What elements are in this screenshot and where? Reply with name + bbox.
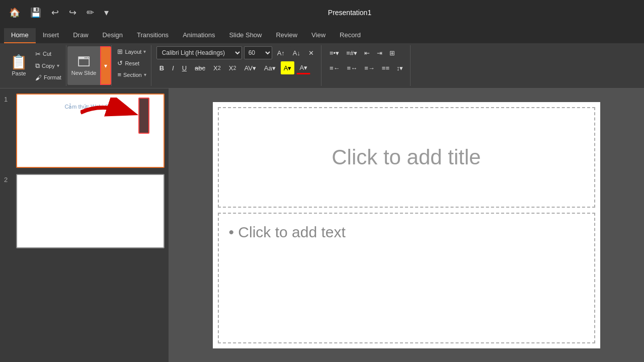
app-title: Presentation1: [328, 9, 371, 17]
cut-label: Cut: [43, 51, 51, 57]
new-slide-group: 🗔 New Slide ▾: [67, 45, 112, 86]
reset-icon: ↺: [117, 59, 123, 67]
tab-transitions[interactable]: Transitions: [130, 28, 176, 43]
cut-button[interactable]: ✂ Cut: [33, 49, 64, 59]
new-slide-label: New Slide: [71, 70, 97, 76]
more-icon[interactable]: ▾: [101, 5, 112, 20]
paste-label: Paste: [12, 70, 26, 76]
paste-group: 📋 Paste ✂ Cut ⧉ Copy ▾ 🖌 Format: [4, 45, 66, 86]
cut-icon: ✂: [35, 50, 41, 58]
underline-button[interactable]: U: [179, 61, 190, 74]
canvas-area: Click to add title • Click to add text: [169, 88, 644, 362]
redo-icon[interactable]: ↪: [66, 5, 79, 20]
paste-button[interactable]: 📋 Paste: [6, 53, 32, 78]
tab-review[interactable]: Review: [269, 28, 304, 43]
align-center-btn[interactable]: ≡↔: [344, 61, 361, 74]
dropdown-arrow-icon: ▾: [104, 62, 107, 69]
reset-button[interactable]: ↺ Reset: [115, 58, 148, 68]
align-right-btn[interactable]: ≡→: [361, 61, 378, 74]
slide-num-2: 2: [4, 174, 12, 184]
title-placeholder: Click to add title: [332, 145, 480, 169]
italic-button[interactable]: I: [169, 61, 177, 74]
increase-font-btn[interactable]: A↑: [274, 46, 288, 59]
format-label: Format: [44, 74, 61, 80]
font-group: Calibri Light (Headings) 60 A↑ A↓ ✕ B I …: [152, 45, 321, 86]
tab-design[interactable]: Design: [96, 28, 130, 43]
new-slide-icon: 🗔: [77, 54, 91, 70]
undo-icon[interactable]: ↩: [48, 5, 62, 20]
section-button[interactable]: ≡ Section ▾: [115, 69, 148, 80]
highlight-color-btn[interactable]: A▾: [281, 61, 295, 74]
align-left-btn[interactable]: ≡←: [327, 61, 343, 74]
line-spacing-btn[interactable]: ↕▾: [393, 61, 407, 74]
copy-label: Copy: [42, 63, 55, 69]
tab-insert[interactable]: Insert: [36, 28, 66, 43]
numbered-list-btn[interactable]: ≡#▾: [343, 46, 360, 59]
main-content: 1 Cảm thức Wabi-Sabi 2 Click to add titl…: [0, 88, 644, 362]
decrease-indent-btn[interactable]: ⇤: [361, 46, 373, 59]
new-slide-dropdown[interactable]: ▾: [100, 46, 111, 85]
slides-group: ⊞ Layout ▾ ↺ Reset ≡ Section ▾: [113, 45, 151, 86]
new-slide-button[interactable]: 🗔 New Slide: [67, 46, 101, 85]
dropdown-highlight-box: [138, 98, 149, 134]
copy-button[interactable]: ⧉ Copy ▾: [33, 60, 64, 71]
copy-icon: ⧉: [35, 62, 40, 70]
title-bar-left: 🏠 💾 ↩ ↪ ✏ ▾: [6, 5, 112, 20]
title-bar: 🏠 💾 ↩ ↪ ✏ ▾ Presentation1: [0, 0, 644, 25]
section-icon: ≡: [117, 71, 121, 78]
text-case-btn[interactable]: Aa▾: [261, 61, 279, 74]
justify-btn[interactable]: ≡≡: [379, 61, 392, 74]
format-icon: 🖌: [35, 74, 42, 81]
section-label: Section: [123, 72, 142, 78]
font-row1: Calibri Light (Headings) 60 A↑ A↓ ✕: [156, 46, 317, 59]
increase-indent-btn[interactable]: ⇥: [374, 46, 385, 59]
save-icon[interactable]: 💾: [27, 5, 44, 20]
layout-label: Layout: [125, 49, 141, 55]
tab-slideshow[interactable]: Slide Show: [222, 28, 269, 43]
slide-content-area[interactable]: • Click to add text: [218, 213, 595, 343]
slide-num-1: 1: [4, 94, 12, 103]
layout-icon: ⊞: [117, 48, 123, 55]
tab-view[interactable]: View: [304, 28, 333, 43]
decrease-font-btn[interactable]: A↓: [290, 46, 303, 59]
font-row2: B I U abc X2 X2 AV▾ Aa▾ A▾ A▾: [156, 61, 317, 74]
section-dropdown-icon[interactable]: ▾: [144, 72, 146, 77]
slide-canvas: Click to add title • Click to add text: [213, 102, 600, 348]
copy-dropdown-icon[interactable]: ▾: [57, 63, 59, 68]
clipboard-small-buttons: ✂ Cut ⧉ Copy ▾ 🖌 Format: [33, 48, 64, 84]
font-color-btn[interactable]: A▾: [296, 61, 310, 74]
ribbon-tabs: Home Insert Draw Design Transitions Anim…: [0, 25, 644, 43]
tab-animations[interactable]: Animations: [176, 28, 222, 43]
bullet-list-btn[interactable]: ≡•▾: [327, 46, 342, 59]
ribbon-toolbar: 📋 Paste ✂ Cut ⧉ Copy ▾ 🖌 Format 🗔 New Sl…: [0, 43, 644, 88]
slide-1-title: Cảm thức Wabi-Sabi: [64, 104, 116, 110]
slide-title-area[interactable]: Click to add title: [218, 107, 595, 208]
edit-icon[interactable]: ✏: [84, 5, 97, 20]
tab-record[interactable]: Record: [333, 28, 368, 43]
format-button[interactable]: 🖌 Format: [33, 72, 64, 83]
reset-label: Reset: [125, 60, 139, 66]
clear-format-btn[interactable]: ✕: [305, 46, 317, 59]
tab-draw[interactable]: Draw: [66, 28, 95, 43]
slide-thumbnail-2[interactable]: [16, 174, 165, 248]
font-size-select[interactable]: 60: [244, 46, 272, 59]
text-spacing-btn[interactable]: AV▾: [241, 61, 259, 74]
layout-dropdown-icon[interactable]: ▾: [143, 49, 146, 54]
columns-btn[interactable]: ⊞: [386, 46, 398, 59]
superscript-button[interactable]: X2: [226, 61, 239, 74]
content-placeholder: • Click to add text: [229, 224, 346, 241]
layout-button[interactable]: ⊞ Layout ▾: [115, 46, 148, 57]
bold-button[interactable]: B: [156, 61, 167, 74]
paste-icon: 📋: [10, 55, 28, 69]
para-row1: ≡•▾ ≡#▾ ⇤ ⇥ ⊞: [327, 46, 406, 59]
home-icon[interactable]: 🏠: [6, 5, 23, 20]
paragraph-group: ≡•▾ ≡#▾ ⇤ ⇥ ⊞ ≡← ≡↔ ≡→ ≡≡ ↕▾: [323, 45, 411, 86]
slide-item-2: 2: [4, 174, 165, 248]
font-name-select[interactable]: Calibri Light (Headings): [156, 46, 242, 59]
tab-home[interactable]: Home: [4, 28, 36, 43]
para-row2: ≡← ≡↔ ≡→ ≡≡ ↕▾: [327, 61, 406, 74]
subscript-button[interactable]: X2: [210, 61, 224, 74]
strikethrough-button[interactable]: abc: [192, 61, 208, 74]
